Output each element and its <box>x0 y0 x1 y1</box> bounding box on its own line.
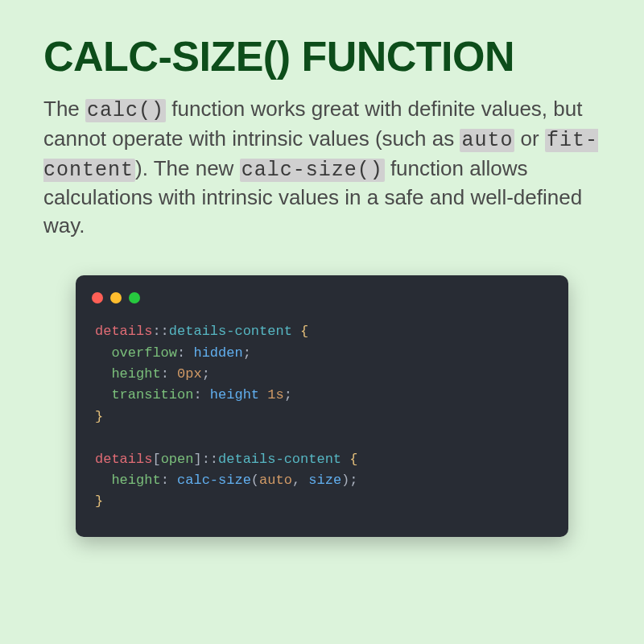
code-punc: : <box>177 345 185 361</box>
code-punc: ( <box>251 473 259 488</box>
maximize-icon <box>129 292 140 303</box>
code-punc: : <box>193 387 201 402</box>
code-punc: ; <box>349 473 357 488</box>
code-punc: , <box>292 473 300 488</box>
code-selector: details <box>95 324 152 339</box>
code-punc: : <box>161 473 169 488</box>
code-punc: ; <box>243 345 251 361</box>
window-controls <box>76 275 568 310</box>
inline-code-calc-size: calc-size() <box>240 159 385 182</box>
code-pseudo: details-content <box>218 452 341 467</box>
page-title: calc-size() function <box>43 32 601 80</box>
code-editor: details::details-content { overflow: hid… <box>76 275 568 536</box>
code-prop: height <box>111 473 160 488</box>
code-val: 0px <box>169 366 202 382</box>
code-punc: :: <box>202 452 218 467</box>
desc-text: ). The new <box>135 156 240 180</box>
inline-code-calc: calc() <box>85 99 166 122</box>
code-punc: ] <box>193 452 201 467</box>
code-brace: } <box>95 493 103 509</box>
code-selector: details <box>95 452 152 467</box>
code-punc: :: <box>152 324 168 339</box>
description: The calc() function works great with def… <box>43 95 601 240</box>
inline-code-auto: auto <box>460 129 514 152</box>
code-val: hidden <box>185 345 242 361</box>
code-punc: : <box>161 366 169 382</box>
code-brace: { <box>292 324 308 339</box>
code-arg: size <box>300 473 341 488</box>
code-brace: { <box>341 452 357 467</box>
code-punc: ; <box>202 366 210 382</box>
code-prop: transition <box>111 387 193 402</box>
code-prop: height <box>111 366 160 382</box>
code-pseudo: details-content <box>169 324 292 339</box>
code-prop: overflow <box>111 345 177 361</box>
code-brace: } <box>95 409 103 424</box>
code-punc: ; <box>284 387 292 402</box>
code-attr: open <box>161 452 194 467</box>
code-block: details::details-content { overflow: hid… <box>76 310 568 536</box>
desc-text: The <box>43 97 85 121</box>
code-val: 1s <box>259 387 284 402</box>
code-punc: [ <box>152 452 160 467</box>
close-icon <box>92 292 103 303</box>
code-punc: ) <box>341 473 349 488</box>
code-func: calc-size <box>169 473 251 488</box>
code-arg: auto <box>259 473 292 488</box>
code-val: height <box>202 387 259 402</box>
minimize-icon <box>110 292 122 303</box>
desc-text: or <box>514 126 545 151</box>
